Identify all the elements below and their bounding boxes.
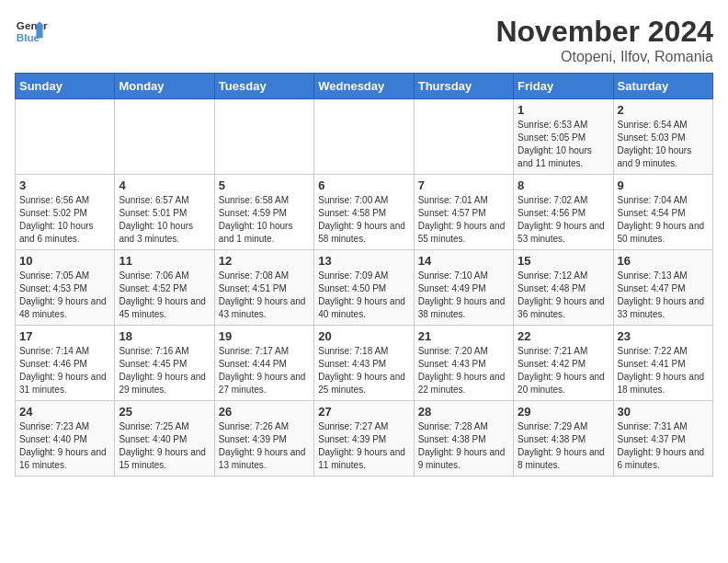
calendar-cell: 15Sunrise: 7:12 AM Sunset: 4:48 PM Dayli… [514, 250, 613, 326]
calendar-cell: 11Sunrise: 7:06 AM Sunset: 4:52 PM Dayli… [115, 250, 214, 326]
day-number: 27 [318, 405, 409, 419]
day-number: 23 [618, 329, 709, 343]
calendar-cell: 29Sunrise: 7:29 AM Sunset: 4:38 PM Dayli… [514, 401, 613, 477]
day-info: Sunrise: 7:22 AM Sunset: 4:41 PM Dayligh… [618, 345, 709, 396]
calendar-cell: 7Sunrise: 7:01 AM Sunset: 4:57 PM Daylig… [414, 175, 513, 250]
day-number: 11 [119, 254, 210, 268]
day-info: Sunrise: 7:04 AM Sunset: 4:54 PM Dayligh… [618, 194, 709, 246]
dow-header: Tuesday [214, 74, 313, 99]
day-info: Sunrise: 7:02 AM Sunset: 4:56 PM Dayligh… [518, 194, 609, 246]
day-number: 28 [418, 405, 509, 419]
calendar-cell: 13Sunrise: 7:09 AM Sunset: 4:50 PM Dayli… [314, 250, 414, 326]
calendar-cell [115, 99, 214, 175]
day-info: Sunrise: 7:14 AM Sunset: 4:46 PM Dayligh… [19, 345, 110, 396]
calendar-week-row: 3Sunrise: 6:56 AM Sunset: 5:02 PM Daylig… [16, 175, 713, 250]
day-info: Sunrise: 6:54 AM Sunset: 5:03 PM Dayligh… [618, 119, 709, 170]
calendar-week-row: 24Sunrise: 7:23 AM Sunset: 4:40 PM Dayli… [16, 401, 713, 477]
day-number: 4 [119, 178, 210, 192]
calendar-cell: 20Sunrise: 7:18 AM Sunset: 4:43 PM Dayli… [314, 326, 414, 401]
day-number: 2 [618, 103, 709, 117]
calendar-cell: 30Sunrise: 7:31 AM Sunset: 4:37 PM Dayli… [613, 401, 712, 477]
calendar-cell: 4Sunrise: 6:57 AM Sunset: 5:01 PM Daylig… [115, 175, 214, 250]
day-info: Sunrise: 7:23 AM Sunset: 4:40 PM Dayligh… [19, 420, 110, 472]
calendar-cell: 23Sunrise: 7:22 AM Sunset: 4:41 PM Dayli… [613, 326, 712, 401]
day-info: Sunrise: 7:25 AM Sunset: 4:40 PM Dayligh… [119, 420, 210, 472]
day-info: Sunrise: 6:58 AM Sunset: 4:59 PM Dayligh… [219, 194, 310, 246]
calendar-cell: 17Sunrise: 7:14 AM Sunset: 4:46 PM Dayli… [16, 326, 115, 401]
day-info: Sunrise: 7:16 AM Sunset: 4:45 PM Dayligh… [119, 345, 210, 396]
dow-header: Friday [514, 74, 613, 99]
page-header: General Blue November 2024 Otopeni, Ilfo… [15, 15, 713, 65]
calendar-cell: 26Sunrise: 7:26 AM Sunset: 4:39 PM Dayli… [214, 401, 313, 477]
calendar-cell: 16Sunrise: 7:13 AM Sunset: 4:47 PM Dayli… [613, 250, 712, 326]
dow-header: Saturday [613, 74, 712, 99]
calendar-cell: 1Sunrise: 6:53 AM Sunset: 5:05 PM Daylig… [514, 99, 613, 175]
day-info: Sunrise: 7:08 AM Sunset: 4:51 PM Dayligh… [219, 270, 310, 321]
day-number: 24 [19, 405, 110, 419]
calendar-cell: 18Sunrise: 7:16 AM Sunset: 4:45 PM Dayli… [115, 326, 214, 401]
day-info: Sunrise: 6:53 AM Sunset: 5:05 PM Dayligh… [518, 119, 609, 170]
day-info: Sunrise: 6:56 AM Sunset: 5:02 PM Dayligh… [19, 194, 110, 246]
calendar-table: SundayMondayTuesdayWednesdayThursdayFrid… [15, 73, 713, 477]
logo-icon: General Blue [15, 15, 48, 48]
day-info: Sunrise: 7:12 AM Sunset: 4:48 PM Dayligh… [518, 270, 609, 321]
day-info: Sunrise: 7:20 AM Sunset: 4:43 PM Dayligh… [418, 345, 509, 396]
calendar-cell [414, 99, 513, 175]
calendar-cell: 8Sunrise: 7:02 AM Sunset: 4:56 PM Daylig… [514, 175, 613, 250]
calendar-cell: 22Sunrise: 7:21 AM Sunset: 4:42 PM Dayli… [514, 326, 613, 401]
day-number: 10 [19, 254, 110, 268]
location: Otopeni, Ilfov, Romania [495, 49, 713, 65]
calendar-cell [314, 99, 414, 175]
day-info: Sunrise: 7:18 AM Sunset: 4:43 PM Dayligh… [318, 345, 409, 396]
calendar-cell: 21Sunrise: 7:20 AM Sunset: 4:43 PM Dayli… [414, 326, 513, 401]
day-number: 3 [19, 178, 110, 192]
calendar-cell: 12Sunrise: 7:08 AM Sunset: 4:51 PM Dayli… [214, 250, 313, 326]
dow-header: Sunday [16, 74, 115, 99]
day-info: Sunrise: 7:13 AM Sunset: 4:47 PM Dayligh… [618, 270, 709, 321]
day-info: Sunrise: 7:05 AM Sunset: 4:53 PM Dayligh… [19, 270, 110, 321]
day-number: 5 [219, 178, 310, 192]
calendar-cell [16, 99, 115, 175]
day-number: 6 [318, 178, 409, 192]
calendar-week-row: 1Sunrise: 6:53 AM Sunset: 5:05 PM Daylig… [16, 99, 713, 175]
calendar-body: 1Sunrise: 6:53 AM Sunset: 5:05 PM Daylig… [16, 99, 713, 477]
day-info: Sunrise: 7:06 AM Sunset: 4:52 PM Dayligh… [119, 270, 210, 321]
day-number: 25 [119, 405, 210, 419]
day-info: Sunrise: 7:21 AM Sunset: 4:42 PM Dayligh… [518, 345, 609, 396]
day-number: 21 [418, 329, 509, 343]
day-number: 22 [518, 329, 609, 343]
calendar-cell: 5Sunrise: 6:58 AM Sunset: 4:59 PM Daylig… [214, 175, 313, 250]
calendar-cell: 19Sunrise: 7:17 AM Sunset: 4:44 PM Dayli… [214, 326, 313, 401]
calendar-cell: 3Sunrise: 6:56 AM Sunset: 5:02 PM Daylig… [16, 175, 115, 250]
day-number: 1 [518, 103, 609, 117]
day-number: 30 [618, 405, 709, 419]
day-number: 15 [518, 254, 609, 268]
day-number: 8 [518, 178, 609, 192]
day-info: Sunrise: 7:17 AM Sunset: 4:44 PM Dayligh… [219, 345, 310, 396]
calendar-cell: 25Sunrise: 7:25 AM Sunset: 4:40 PM Dayli… [115, 401, 214, 477]
calendar-cell [214, 99, 313, 175]
dow-header: Thursday [414, 74, 513, 99]
day-number: 13 [318, 254, 409, 268]
day-info: Sunrise: 7:26 AM Sunset: 4:39 PM Dayligh… [219, 420, 310, 472]
day-number: 29 [518, 405, 609, 419]
calendar-cell: 27Sunrise: 7:27 AM Sunset: 4:39 PM Dayli… [314, 401, 414, 477]
day-number: 26 [219, 405, 310, 419]
day-info: Sunrise: 7:01 AM Sunset: 4:57 PM Dayligh… [418, 194, 509, 246]
day-info: Sunrise: 7:31 AM Sunset: 4:37 PM Dayligh… [618, 420, 709, 472]
day-info: Sunrise: 7:27 AM Sunset: 4:39 PM Dayligh… [318, 420, 409, 472]
calendar-cell: 28Sunrise: 7:28 AM Sunset: 4:38 PM Dayli… [414, 401, 513, 477]
calendar-cell: 24Sunrise: 7:23 AM Sunset: 4:40 PM Dayli… [16, 401, 115, 477]
day-info: Sunrise: 7:28 AM Sunset: 4:38 PM Dayligh… [418, 420, 509, 472]
calendar-cell: 14Sunrise: 7:10 AM Sunset: 4:49 PM Dayli… [414, 250, 513, 326]
day-info: Sunrise: 7:09 AM Sunset: 4:50 PM Dayligh… [318, 270, 409, 321]
calendar-week-row: 10Sunrise: 7:05 AM Sunset: 4:53 PM Dayli… [16, 250, 713, 326]
calendar-cell: 10Sunrise: 7:05 AM Sunset: 4:53 PM Dayli… [16, 250, 115, 326]
dow-header: Wednesday [314, 74, 414, 99]
calendar-cell: 2Sunrise: 6:54 AM Sunset: 5:03 PM Daylig… [613, 99, 712, 175]
day-number: 14 [418, 254, 509, 268]
day-info: Sunrise: 7:10 AM Sunset: 4:49 PM Dayligh… [418, 270, 509, 321]
day-number: 17 [19, 329, 110, 343]
day-info: Sunrise: 7:29 AM Sunset: 4:38 PM Dayligh… [518, 420, 609, 472]
day-number: 20 [318, 329, 409, 343]
